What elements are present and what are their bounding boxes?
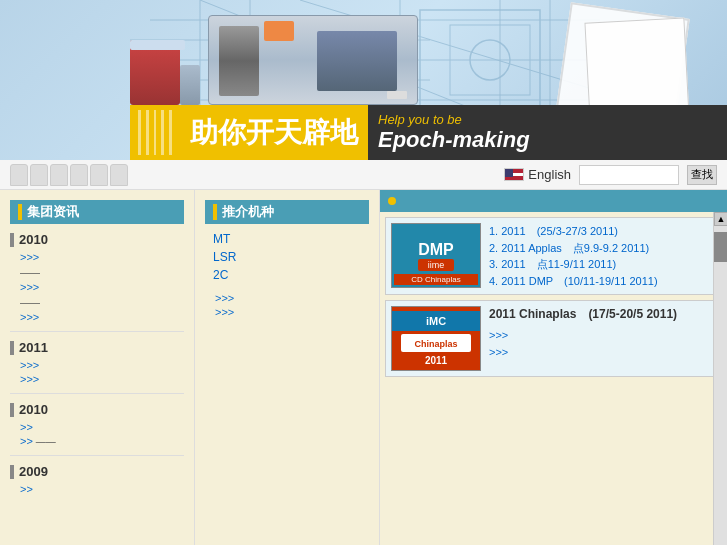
chinaplas-title: 2011 Chinaplas (17/5-20/5 2011) [489, 306, 716, 323]
iime-badge: iime [418, 259, 454, 271]
nav-tab-3[interactable] [50, 164, 68, 186]
banner-text-area: 助你开天辟地 Help you to be Epoch-making [130, 105, 727, 160]
right-column: DMP iime CD Chinaplas 1. 2011 (25/3-27/3… [380, 190, 727, 545]
search-button[interactable]: 查找 [687, 165, 717, 185]
section-bar-icon [18, 204, 22, 220]
year-2010-header: 2010 [10, 232, 184, 247]
chinaplas-link-2[interactable]: >>> [489, 344, 716, 361]
left-section-title: 集团资讯 [27, 203, 79, 221]
dmp-link-4[interactable]: 4. 2011 DMP (10/11-19/11 2011) [489, 273, 716, 290]
middle-link-1[interactable]: >>> [215, 292, 369, 304]
nav-tab-2[interactable] [30, 164, 48, 186]
dmp-link-2[interactable]: 2. 2011 Applas 点9.9-9.2 2011) [489, 240, 716, 257]
year-2010-label: 2010 [19, 232, 48, 247]
left-column: 集团资讯 2010 >>> —— >>> —— >>> 2011 >>> >>>… [0, 190, 195, 545]
year-2009-header: 2009 [10, 464, 184, 479]
nav-tab-5[interactable] [90, 164, 108, 186]
right-header-dot-icon [388, 197, 396, 205]
middle-section-title: 推介机种 [222, 203, 274, 221]
year-2010b-header: 2010 [10, 402, 184, 417]
chinaplas-card-content: 2011 Chinaplas (17/5-20/5 2011) >>> >>> [489, 306, 716, 371]
dmp-link-1[interactable]: 1. 2011 (25/3-27/3 2011) [489, 223, 716, 240]
year-2009-label: 2009 [19, 464, 48, 479]
news-link-2011-2[interactable]: >>> [20, 373, 184, 385]
news-link-2010-3[interactable]: >>> [20, 311, 184, 323]
year-2011-header: 2011 [10, 340, 184, 355]
scrollbar: ▲ ▼ [713, 212, 727, 545]
year-bar-2011-icon [10, 341, 14, 355]
banner-chinese: 助你开天辟地 [180, 105, 368, 160]
nav-tab-1[interactable] [10, 164, 28, 186]
language-label[interactable]: English [528, 167, 571, 182]
news-link-2011-1[interactable]: >>> [20, 359, 184, 371]
right-header [380, 190, 727, 212]
news-link-2010-1[interactable]: >>> [20, 251, 184, 263]
chinaplas-card-image: iMC Chinaplas 2011 [391, 306, 481, 371]
news-cards: DMP iime CD Chinaplas 1. 2011 (25/3-27/3… [380, 212, 727, 512]
epoch-text: Epoch-making [378, 127, 727, 153]
year-bar-icon [10, 233, 14, 247]
chinaplas-link-1[interactable]: >>> [489, 327, 716, 344]
year-2011-label: 2011 [19, 340, 48, 355]
banner-stripes [130, 105, 180, 160]
news-link-2010b-2[interactable]: >> —— [20, 435, 184, 447]
main-content: 集团资讯 2010 >>> —— >>> —— >>> 2011 >>> >>>… [0, 190, 727, 545]
product-lsr-link[interactable]: LSR [213, 250, 369, 264]
header-banner: 助你开天辟地 Help you to be Epoch-making [0, 0, 727, 160]
year-bar-2009-icon [10, 465, 14, 479]
news-link-2010b-1[interactable]: >> [20, 421, 184, 433]
dmp-card-image: DMP iime CD Chinaplas [391, 223, 481, 288]
middle-column: 推介机种 MT LSR 2C >>> >>> [195, 190, 380, 545]
nav-right: English 查找 [504, 165, 717, 185]
help-text: Help you to be [378, 112, 727, 127]
nav-bar: English 查找 [0, 160, 727, 190]
news-link-2009-1[interactable]: >> [20, 483, 184, 495]
dmp-card-content: 1. 2011 (25/3-27/3 2011) 2. 2011 Applas … [489, 223, 716, 289]
nav-tab-6[interactable] [110, 164, 128, 186]
news-card-dmp: DMP iime CD Chinaplas 1. 2011 (25/3-27/3… [385, 217, 722, 295]
middle-link-2[interactable]: >>> [215, 306, 369, 318]
left-section-header: 集团资讯 [10, 200, 184, 224]
news-title-2010-2: —— [20, 297, 40, 308]
year-bar-2010b-icon [10, 403, 14, 417]
year-2010b-label: 2010 [19, 402, 48, 417]
news-title-2010-1: —— [20, 267, 40, 278]
search-input[interactable] [579, 165, 679, 185]
news-link-2010-2[interactable]: >>> [20, 281, 184, 293]
product-mt-link[interactable]: MT [213, 232, 369, 246]
nav-tab-4[interactable] [70, 164, 88, 186]
banner-english-area: Help you to be Epoch-making [368, 105, 727, 160]
nav-tabs [10, 164, 128, 186]
middle-section-header: 推介机种 [205, 200, 369, 224]
machine-illustration [130, 15, 418, 105]
news-card-chinaplas: iMC Chinaplas 2011 2011 Chinaplas (17/5-… [385, 300, 722, 377]
middle-section-bar-icon [213, 204, 217, 220]
product-2c-link[interactable]: 2C [213, 268, 369, 282]
dmp-link-3[interactable]: 3. 2011 点11-9/11 2011) [489, 256, 716, 273]
scroll-up-button[interactable]: ▲ [714, 212, 727, 226]
scroll-track [714, 232, 727, 262]
flag-icon [504, 168, 524, 181]
